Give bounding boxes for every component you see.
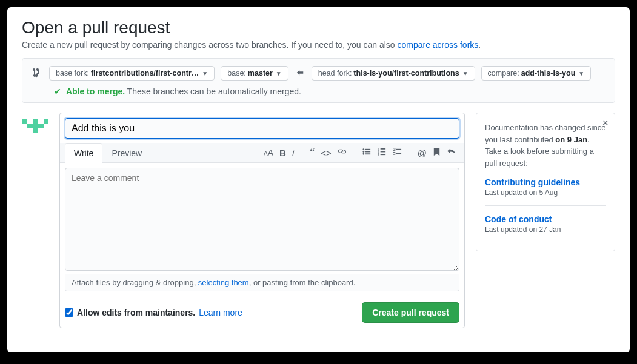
allow-edits-checkbox[interactable] — [65, 308, 73, 317]
merge-detail: These branches can be automatically merg… — [127, 87, 301, 96]
mention-icon[interactable]: @ — [418, 148, 427, 158]
markdown-toolbar: AA B i “ <> — [264, 147, 459, 158]
ul-icon[interactable] — [362, 147, 372, 158]
page-subhead: Create a new pull request by comparing c… — [22, 40, 615, 50]
svg-rect-21 — [396, 153, 401, 154]
svg-rect-15 — [380, 151, 385, 153]
tasklist-icon[interactable] — [393, 147, 402, 158]
compare-box: base fork: firstcontributions/first-cont… — [22, 58, 615, 103]
pr-form: Write Preview AA B i “ <> — [59, 113, 465, 328]
check-icon: ✔ — [54, 87, 61, 96]
base-fork-value: firstcontributions/first-contr… — [91, 69, 199, 78]
learn-more-link[interactable]: Learn more — [199, 308, 242, 317]
svg-point-8 — [362, 151, 364, 153]
svg-point-6 — [362, 148, 364, 150]
allow-edits-label: Allow edits from maintainers. — [77, 308, 195, 317]
base-fork-select[interactable]: base fork: firstcontributions/first-cont… — [49, 66, 215, 81]
head-fork-value: this-is-you/first-contributions — [353, 69, 459, 78]
select-files-link[interactable]: selecting them — [198, 278, 249, 287]
reply-icon[interactable] — [447, 147, 456, 158]
svg-rect-4 — [33, 119, 38, 124]
subhead-suffix: . — [478, 40, 481, 50]
comment-textarea[interactable] — [65, 168, 459, 271]
avatar — [22, 113, 48, 139]
contributing-guidelines-link[interactable]: Contributing guidelines — [485, 177, 606, 187]
documentation-notice: × Documentation has changed since you la… — [476, 113, 615, 251]
bold-icon[interactable]: B — [279, 148, 286, 158]
close-icon[interactable]: × — [602, 117, 609, 130]
write-tab[interactable]: Write — [65, 143, 102, 163]
divider — [485, 205, 606, 206]
head-fork-label: head fork: — [318, 69, 352, 78]
svg-rect-19 — [396, 149, 401, 150]
head-fork-select[interactable]: head fork: this-is-you/first-contributio… — [312, 66, 475, 81]
create-pr-button[interactable]: Create pull request — [362, 302, 459, 323]
merge-status: ✔ Able to merge. These branches can be a… — [31, 87, 606, 96]
svg-rect-9 — [365, 151, 370, 153]
base-branch-select[interactable]: base: master ▼ — [221, 66, 288, 81]
compare-value: add-this-is-you — [521, 69, 576, 78]
code-of-conduct-link[interactable]: Code of conduct — [485, 214, 606, 224]
allow-edits-wrap[interactable]: Allow edits from maintainers. Learn more — [65, 308, 242, 317]
page-title: Open a pull request — [22, 18, 615, 38]
subhead-text: Create a new pull request by comparing c… — [22, 40, 397, 50]
code-icon[interactable]: <> — [321, 148, 332, 158]
title-input[interactable] — [65, 118, 459, 139]
compare-forks-link[interactable]: compare across forks — [397, 40, 478, 50]
caret-icon: ▼ — [462, 70, 469, 77]
svg-rect-1 — [22, 119, 27, 124]
svg-rect-11 — [365, 153, 370, 154]
attach-hint: Attach files by dragging & dropping, sel… — [65, 274, 459, 291]
quote-icon[interactable]: “ — [310, 150, 315, 156]
svg-rect-5 — [33, 128, 38, 133]
svg-rect-3 — [27, 124, 44, 128]
svg-rect-20 — [393, 152, 395, 154]
conduct-updated: Last updated on 27 Jan — [485, 225, 606, 234]
svg-text:3: 3 — [378, 153, 379, 156]
svg-point-10 — [362, 153, 364, 155]
svg-rect-7 — [365, 149, 370, 150]
caret-icon: ▼ — [276, 70, 282, 77]
header-icon[interactable]: AA — [264, 148, 273, 157]
bookmark-icon[interactable] — [433, 147, 441, 158]
base-value: master — [248, 69, 273, 78]
base-fork-label: base fork: — [56, 69, 89, 78]
link-icon[interactable] — [338, 147, 347, 158]
editor-tabs: Write Preview AA B i “ <> — [60, 143, 464, 163]
caret-icon: ▼ — [578, 70, 584, 77]
compare-branch-select[interactable]: compare: add-this-is-you ▼ — [481, 66, 592, 81]
preview-tab[interactable]: Preview — [102, 143, 151, 163]
svg-rect-2 — [44, 119, 48, 124]
italic-icon[interactable]: i — [292, 148, 294, 158]
svg-rect-17 — [380, 154, 385, 155]
contributing-updated: Last updated on 5 Aug — [485, 188, 606, 197]
ol-icon[interactable]: 123 — [378, 147, 387, 158]
caret-icon: ▼ — [202, 70, 208, 77]
compare-label: compare: — [488, 69, 519, 78]
merge-able-label: Able to merge. — [66, 87, 125, 96]
arrow-left-icon — [295, 68, 305, 79]
compare-icon — [31, 68, 43, 79]
notice-date: on 9 Jan — [555, 135, 587, 144]
svg-rect-13 — [380, 148, 385, 150]
base-label: base: — [227, 69, 246, 78]
